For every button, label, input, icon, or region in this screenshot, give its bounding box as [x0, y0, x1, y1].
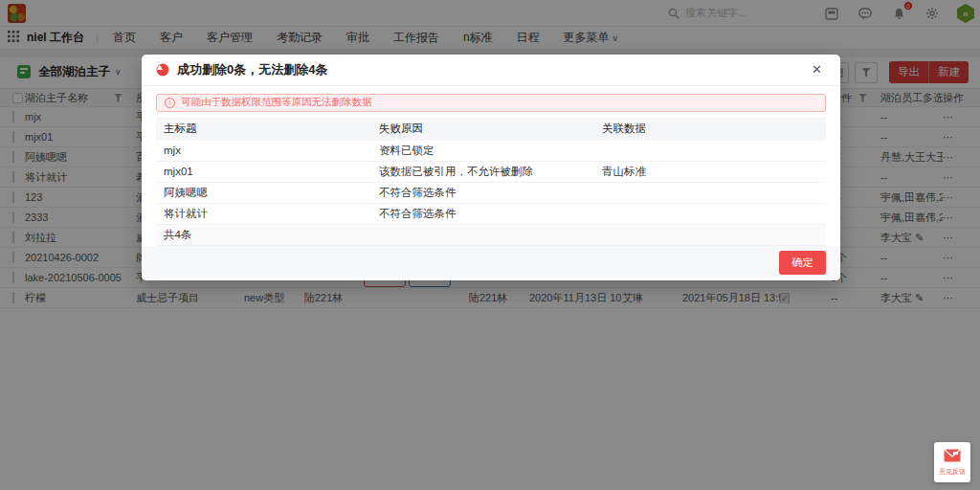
modal-footer: 确定	[142, 246, 840, 280]
delete-result-icon	[156, 63, 169, 77]
modal-alert: ! 可能由于数据权限范围等原因无法删除数据	[156, 94, 826, 112]
modal-alert-text: 可能由于数据权限范围等原因无法删除数据	[181, 96, 372, 109]
delete-result-modal: 成功删除0条，无法删除4条 ✕ ! 可能由于数据权限范围等原因无法删除数据 主标…	[142, 55, 840, 280]
close-icon[interactable]: ✕	[808, 60, 826, 78]
warning-icon: !	[165, 98, 175, 108]
modal-table-row: 阿姨嗯嗯 不符合筛选条件	[156, 183, 826, 204]
modal-table-row: 将计就计 不符合筛选条件	[156, 204, 826, 225]
related-data-link[interactable]: 青山标准	[594, 165, 826, 179]
modal-col-related: 关联数据	[594, 122, 826, 136]
feedback-label: 意见反馈	[939, 467, 966, 477]
modal-table-summary: 共4条	[156, 225, 826, 246]
modal-table: 主标题 失败原因 关联数据 mjx 资料已锁定 mjx01 该数据已被引用，不允…	[156, 118, 826, 246]
feedback-widget[interactable]: 意见反馈	[934, 442, 970, 482]
screen: 搜索关键字... 0 n niel 工作台 | 首页 客户 客户管理 考勤记录 …	[0, 0, 980, 490]
modal-table-row: mjx01 该数据已被引用，不允许被删除 青山标准	[156, 162, 826, 183]
modal-col-reason: 失败原因	[371, 122, 594, 136]
modal-title: 成功删除0条，无法删除4条	[177, 61, 327, 78]
modal-table-row: mjx 资料已锁定	[156, 141, 826, 162]
envelope-icon	[944, 449, 961, 465]
modal-col-title: 主标题	[156, 122, 371, 136]
modal-table-header: 主标题 失败原因 关联数据	[156, 118, 826, 141]
confirm-button[interactable]: 确定	[779, 251, 826, 275]
modal-header: 成功删除0条，无法删除4条 ✕	[142, 55, 840, 86]
